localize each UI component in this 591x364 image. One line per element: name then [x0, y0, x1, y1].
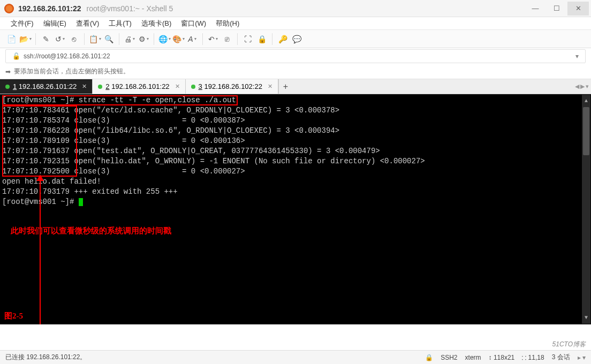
status-dot-icon: [191, 85, 195, 89]
scroll-down-icon[interactable]: ▼: [585, 313, 588, 323]
address-dropdown-icon[interactable]: ▾: [575, 52, 579, 60]
new-session-icon[interactable]: 📄: [5, 33, 17, 45]
scroll-thumb[interactable]: [583, 107, 589, 155]
annotation-text: 此时我们可以查看微秒级的系统调用的时间戳: [11, 226, 171, 236]
window-title-host: 192.168.26.101:22: [18, 4, 81, 13]
terminal-line: 17:07:10.791637 open("test.dat", O_RDONL…: [2, 147, 380, 155]
hint-bar: ➡ 要添加当前会话，点击左侧的箭头按钮。: [0, 64, 591, 79]
color-icon[interactable]: 🎨: [172, 33, 184, 45]
status-size: 118x21: [494, 354, 514, 361]
open-icon[interactable]: 📂: [19, 33, 31, 45]
session-tab-strip: 1 192.168.26.101:22 ✕ 2 192.168.26.101:2…: [0, 79, 591, 94]
tab-nav-left-icon[interactable]: ◀: [575, 83, 579, 90]
window-title-suffix: root@vms001:~ - Xshell 5: [87, 4, 173, 13]
shell-prompt: [root@vms001 ~]#: [2, 96, 79, 104]
status-dot-icon: [98, 85, 102, 89]
title-bar: 192.168.26.101:22 root@vms001:~ - Xshell…: [0, 0, 591, 17]
separator: [35, 33, 36, 45]
tab-label: 192.168.26.102:22: [204, 82, 262, 90]
tab-close-icon[interactable]: ✕: [82, 83, 87, 90]
tab-session-1[interactable]: 1 192.168.26.101:22 ✕: [0, 79, 93, 94]
main-toolbar: 📄 📂 ✎ ↺ ⎋ 📋 🔍 🖨 ⚙ 🌐 🎨 A ↶ ⎚ ⛶ 🔒 🔑 💬: [0, 30, 591, 48]
copy-icon[interactable]: 📋: [89, 33, 101, 45]
fullscreen-icon[interactable]: ⛶: [242, 33, 254, 45]
ssh-lock-icon: 🔒: [425, 354, 433, 361]
close-button[interactable]: ✕: [567, 2, 589, 16]
status-bar: 已连接 192.168.26.101:22。 🔒 SSH2 xterm ↕ 11…: [0, 350, 591, 364]
terminal-line: 17:07:10.785374 close(3) = 0 <0.000387>: [2, 116, 245, 125]
separator: [84, 33, 85, 45]
lock-small-icon: 🔓: [12, 52, 20, 60]
chat-icon[interactable]: 💬: [291, 33, 302, 45]
tab-close-icon[interactable]: ✕: [268, 83, 272, 90]
keys-icon[interactable]: 🔑: [277, 33, 289, 45]
status-cursor-pos: 11,18: [528, 354, 544, 361]
history-icon[interactable]: ↶: [207, 33, 219, 45]
terminal-line: 17:07:10.792315 open("hello.dat", O_WRON…: [2, 157, 425, 165]
globe-icon[interactable]: 🌐: [158, 33, 170, 45]
scroll-up-icon[interactable]: ▲: [585, 96, 588, 106]
minimize-button[interactable]: —: [525, 2, 546, 16]
separator: [202, 33, 203, 45]
tab-nav-menu-icon[interactable]: ▾: [586, 83, 589, 90]
tab-session-3[interactable]: 3 192.168.26.102:22 ✕: [186, 79, 278, 94]
new-tab-button[interactable]: +: [278, 79, 292, 94]
maximize-button[interactable]: ☐: [546, 2, 567, 16]
cursor-icon: [79, 198, 83, 206]
menu-bar: 文件(F) 编辑(E) 查看(V) 工具(T) 选项卡(B) 窗口(W) 帮助(…: [0, 17, 591, 30]
tab-index: 3: [199, 82, 202, 90]
address-url[interactable]: ssh://root@192.168.26.101:22: [24, 52, 110, 60]
figure-label: 图2-5: [4, 311, 23, 321]
lock-icon[interactable]: 🔒: [256, 33, 268, 45]
separator: [237, 33, 238, 45]
status-termtype: xterm: [465, 354, 481, 361]
terminal-line: 17:07:10.786228 open("/lib64/libc.so.6",…: [2, 126, 339, 135]
status-dot-icon: [5, 85, 10, 89]
terminal-line: 17:07:10.792500 close(3) = 0 <0.000027>: [2, 167, 245, 176]
status-sessions: 3 会话: [552, 353, 570, 362]
hint-text: 要添加当前会话，点击左侧的箭头按钮。: [14, 67, 130, 76]
tab-label: 192.168.26.101:22: [19, 82, 77, 90]
address-bar[interactable]: 🔓 ssh://root@192.168.26.101:22 ▾: [5, 49, 586, 63]
tab-label: 192.168.26.101:22: [111, 82, 169, 90]
hint-arrow-icon[interactable]: ➡: [5, 68, 11, 75]
clear-icon[interactable]: ⎚: [221, 33, 233, 45]
status-connection: 已连接 192.168.26.101:22。: [5, 353, 86, 362]
separator: [154, 33, 154, 45]
terminal-line: 17:07:10.783461 open("/etc/ld.so.cache",…: [2, 106, 339, 115]
font-icon[interactable]: A: [186, 33, 198, 45]
shell-prompt: [root@vms001 ~]#: [2, 198, 79, 206]
terminal-line: 17:07:10.793179 +++ exited with 255 +++: [2, 187, 178, 196]
find-icon[interactable]: 🔍: [103, 33, 115, 45]
tab-session-2[interactable]: 2 192.168.26.101:22 ✕: [93, 79, 185, 94]
menu-help[interactable]: 帮助(H): [213, 18, 243, 29]
menu-tabs[interactable]: 选项卡(B): [138, 18, 175, 29]
terminal-scrollbar[interactable]: ▲ ▼: [582, 95, 590, 324]
reconnect-icon[interactable]: ↺: [54, 33, 66, 45]
separator: [119, 33, 119, 45]
tab-index: 2: [105, 82, 109, 90]
menu-tools[interactable]: 工具(T): [105, 18, 135, 29]
menu-view[interactable]: 查看(V): [73, 18, 102, 29]
disconnect-icon[interactable]: ⎋: [68, 33, 80, 45]
status-more-icon[interactable]: ▸ ▾: [578, 354, 586, 361]
menu-edit[interactable]: 编辑(E): [40, 18, 70, 29]
terminal-output[interactable]: [root@vms001 ~]# strace -tt -T -e open,c…: [0, 94, 591, 324]
status-protocol: SSH2: [441, 354, 457, 361]
tab-nav-right-icon[interactable]: ▶: [580, 83, 585, 90]
print-icon[interactable]: 🖨: [124, 33, 135, 45]
separator: [272, 33, 272, 45]
tab-index: 1: [13, 82, 17, 90]
properties-icon[interactable]: ⚙: [138, 33, 149, 45]
watermark-text: 51CTO博客: [552, 340, 586, 349]
menu-file[interactable]: 文件(F): [7, 18, 37, 29]
terminal-line: 17:07:10.789109 close(3) = 0 <0.000136>: [2, 136, 245, 145]
shell-command: strace -tt -T -e open,close ./a.out: [79, 96, 236, 104]
menu-window[interactable]: 窗口(W): [178, 18, 209, 29]
app-icon: [4, 4, 14, 13]
edit-icon[interactable]: ✎: [40, 33, 52, 45]
tab-close-icon[interactable]: ✕: [175, 83, 180, 90]
terminal-line: open hello.dat failed!: [2, 177, 101, 186]
